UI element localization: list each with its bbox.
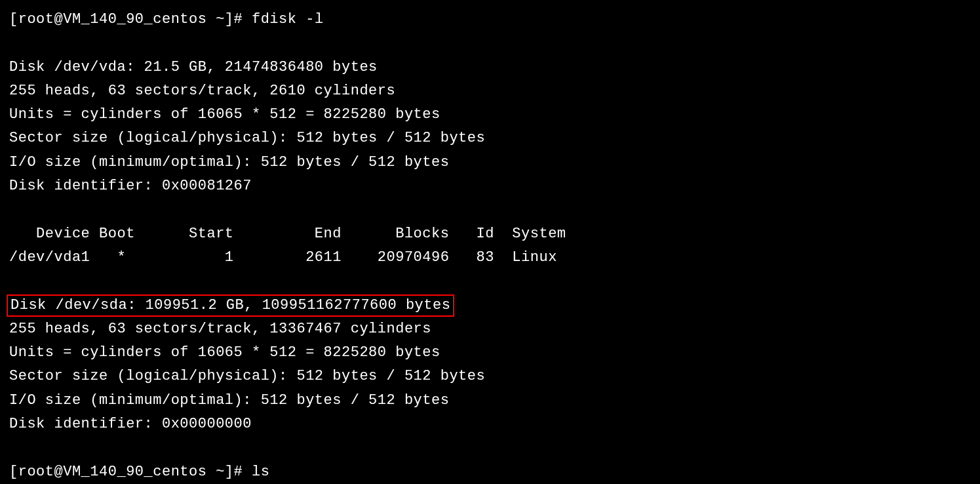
- disk2-geometry: 255 heads, 63 sectors/track, 13367467 cy…: [9, 317, 971, 341]
- disk1-io-size: I/O size (minimum/optimal): 512 bytes / …: [9, 151, 971, 174]
- shell-prompt: [root@VM_140_90_centos ~]#: [9, 11, 252, 28]
- blank-line: [9, 436, 971, 460]
- blank-line: [9, 31, 971, 55]
- disk1-geometry: 255 heads, 63 sectors/track, 2610 cylind…: [9, 79, 971, 103]
- disk2-sector-size: Sector size (logical/physical): 512 byte…: [9, 365, 971, 388]
- prompt-line-1: [root@VM_140_90_centos ~]# fdisk -l: [9, 8, 971, 31]
- blank-line: [9, 198, 971, 222]
- partition-table-row: /dev/vda1 * 1 2611 20970496 83 Linux: [9, 246, 971, 270]
- disk2-identifier: Disk identifier: 0x00000000: [9, 413, 971, 436]
- disk2-units: Units = cylinders of 16065 * 512 = 82252…: [9, 341, 971, 365]
- command-ls: ls: [252, 464, 269, 480]
- partition-table-header: Device Boot Start End Blocks Id System: [9, 222, 971, 246]
- disk1-identifier: Disk identifier: 0x00081267: [9, 174, 971, 198]
- command-fdisk: fdisk -l: [252, 11, 324, 28]
- shell-prompt: [root@VM_140_90_centos ~]#: [9, 464, 252, 480]
- terminal-output[interactable]: [root@VM_140_90_centos ~]# fdisk -lDisk …: [9, 8, 971, 484]
- disk1-units: Units = cylinders of 16065 * 512 = 82252…: [9, 103, 971, 127]
- prompt-line-2: [root@VM_140_90_centos ~]# ls: [9, 460, 971, 484]
- blank-line: [9, 270, 971, 293]
- disk2-summary-highlighted: Disk /dev/sda: 109951.2 GB, 109951162777…: [9, 294, 971, 317]
- disk2-io-size: I/O size (minimum/optimal): 512 bytes / …: [9, 389, 971, 413]
- disk1-summary: Disk /dev/vda: 21.5 GB, 21474836480 byte…: [9, 56, 971, 79]
- highlight-annotation: Disk /dev/sda: 109951.2 GB, 109951162777…: [7, 294, 454, 317]
- disk1-sector-size: Sector size (logical/physical): 512 byte…: [9, 127, 971, 150]
